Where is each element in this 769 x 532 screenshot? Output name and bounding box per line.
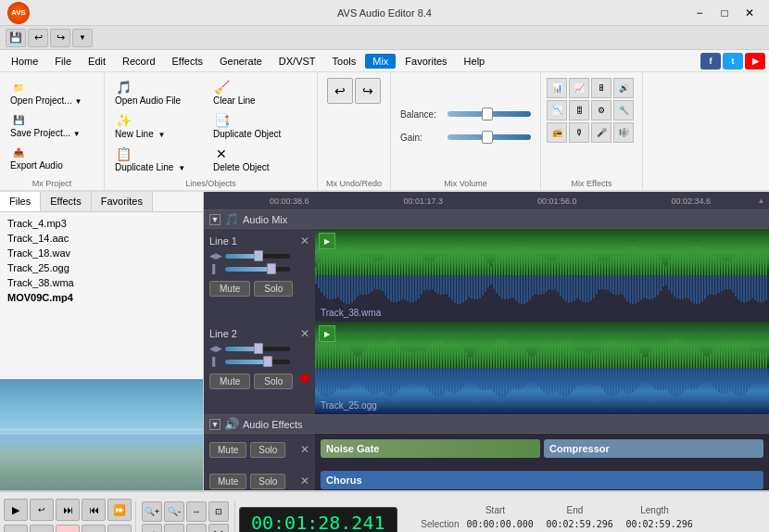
file-item-1[interactable]: Track_4.mp3: [4, 216, 199, 231]
record-btn[interactable]: ⏺: [56, 525, 80, 532]
clear-line-btn[interactable]: 🧹 Clear Line: [208, 76, 310, 108]
line-2-track[interactable]: Track_25.ogg ▶: [315, 322, 769, 414]
zoom-fit-h[interactable]: ↔: [186, 501, 207, 522]
fx-icon-6[interactable]: 🎛: [569, 100, 589, 120]
play-btn[interactable]: ▶: [4, 499, 28, 521]
new-line-btn[interactable]: ✨ New Line ▼: [110, 109, 203, 142]
menu-home[interactable]: Home: [4, 54, 45, 69]
minimize-button[interactable]: −: [687, 4, 712, 22]
close-button[interactable]: ✕: [737, 4, 762, 22]
file-item-4[interactable]: Track_25.ogg: [4, 260, 199, 275]
tab-favorites[interactable]: Favorites: [92, 192, 153, 211]
fx-icon-4[interactable]: 🔊: [613, 78, 634, 98]
menu-mix[interactable]: Mix: [365, 54, 396, 69]
zoom-in-h[interactable]: 🔍+: [142, 501, 162, 522]
menu-effects[interactable]: Effects: [165, 54, 210, 69]
line-1-mute[interactable]: Mute: [209, 281, 250, 297]
zoom-out-v[interactable]: ↕-: [164, 524, 184, 532]
duplicate-object-btn[interactable]: 📑 Duplicate Object: [208, 109, 310, 142]
compressor-bar[interactable]: Compressor: [544, 439, 763, 458]
open-audio-file-btn[interactable]: 🎵 Open Audio File: [110, 76, 203, 108]
file-item-5[interactable]: Track_38.wma: [4, 275, 199, 290]
effect-2-solo[interactable]: Solo: [250, 474, 285, 489]
file-item-2[interactable]: Track_14.aac: [4, 231, 199, 246]
redo-btn[interactable]: ↪: [355, 78, 381, 104]
line-2-vol-slider[interactable]: [225, 360, 290, 364]
prev-btn[interactable]: ⏮: [82, 499, 106, 521]
fx-icon-11[interactable]: 🎤: [591, 122, 611, 143]
menu-tools[interactable]: Tools: [325, 54, 364, 69]
line-1-pan-slider[interactable]: [225, 254, 290, 259]
qa-dropdown[interactable]: ▼: [72, 29, 93, 47]
file-item-3[interactable]: Track_18.wav: [4, 246, 199, 260]
expand-icon[interactable]: ▼: [209, 214, 221, 225]
gain-slider[interactable]: [448, 134, 531, 140]
effect-1-close[interactable]: ✕: [300, 443, 309, 456]
chorus-bar[interactable]: Chorus: [321, 471, 763, 489]
tab-files[interactable]: Files: [0, 192, 41, 211]
effect-1-solo[interactable]: Solo: [250, 442, 285, 458]
pause-btn[interactable]: ⏸: [30, 525, 54, 532]
duplicate-line-btn[interactable]: 📋 Duplicate Line ▼: [110, 143, 203, 175]
balance-slider[interactable]: [448, 111, 531, 117]
line-1-track[interactable]: Track_38.wma ▶: [315, 229, 769, 322]
fx-icon-3[interactable]: 🎚: [591, 78, 611, 98]
delete-object-btn[interactable]: ✕ Delete Object: [208, 143, 310, 175]
ff-btn[interactable]: ⏩: [107, 499, 132, 521]
save-project-btn[interactable]: 💾 Save Project... ▼: [6, 108, 98, 141]
open-project-btn[interactable]: 📁 Open Project... ▼: [6, 76, 98, 108]
menu-help[interactable]: Help: [457, 54, 493, 69]
menu-dxvst[interactable]: DX/VST: [271, 54, 323, 69]
zoom-in-v[interactable]: ↕+: [142, 524, 162, 532]
effect-1-mute[interactable]: Mute: [209, 442, 246, 458]
scroll-handle[interactable]: ▲: [758, 196, 765, 205]
effect-2-mute[interactable]: Mute: [209, 474, 246, 489]
zoom-out-h[interactable]: 🔍-: [164, 501, 184, 522]
line-2-close[interactable]: ✕: [300, 327, 309, 340]
fx-icon-10[interactable]: 🎙: [569, 122, 589, 143]
export-audio-btn[interactable]: 📤 Export Audio: [6, 141, 98, 173]
facebook-btn[interactable]: f: [700, 53, 721, 70]
audio-effects-header[interactable]: ▼ 🔊 Audio Effects: [204, 415, 769, 434]
fx-icon-7[interactable]: ⚙: [591, 100, 611, 120]
goto-end-btn[interactable]: ▶|: [107, 525, 132, 532]
tab-effects[interactable]: Effects: [41, 192, 91, 211]
fx-icon-1[interactable]: 📊: [547, 78, 567, 98]
audio-mix-header[interactable]: ▼ 🎵 Audio Mix: [204, 210, 769, 229]
line-1-solo[interactable]: Solo: [254, 281, 293, 297]
effect-2-close[interactable]: ✕: [300, 475, 309, 488]
fx-icon-12[interactable]: 🎼: [613, 122, 634, 143]
qa-save[interactable]: 💾: [6, 29, 26, 47]
zoom-1-1[interactable]: 1:1: [208, 524, 229, 532]
menu-file[interactable]: File: [47, 54, 79, 69]
next-btn[interactable]: ⏭: [56, 499, 80, 521]
line-2-pan-slider[interactable]: [225, 347, 290, 351]
fx-icon-8[interactable]: 🔧: [613, 100, 634, 120]
qa-redo[interactable]: ↪: [50, 29, 70, 47]
line-2-solo[interactable]: Solo: [254, 374, 293, 389]
maximize-button[interactable]: □: [712, 4, 737, 22]
noise-gate-bar[interactable]: Noise Gate: [321, 439, 540, 458]
fx-icon-5[interactable]: 📉: [547, 100, 567, 120]
menu-edit[interactable]: Edit: [81, 54, 113, 69]
line-1-close[interactable]: ✕: [300, 234, 309, 247]
twitter-btn[interactable]: t: [723, 53, 743, 70]
youtube-btn[interactable]: ▶: [745, 53, 765, 70]
undo-btn[interactable]: ↩: [327, 78, 353, 104]
loop-btn[interactable]: ↩: [30, 499, 54, 521]
line-1-vol-slider[interactable]: [225, 267, 290, 272]
zoom-sel-h[interactable]: ⊡: [208, 501, 229, 522]
menu-record[interactable]: Record: [115, 54, 162, 69]
fx-icon-9[interactable]: 📻: [547, 122, 567, 143]
file-item-6[interactable]: MOV09C.mp4: [4, 290, 199, 305]
menu-favorites[interactable]: Favorites: [397, 54, 454, 69]
qa-undo[interactable]: ↩: [28, 29, 48, 47]
effects-expand-icon[interactable]: ▼: [209, 419, 221, 430]
zoom-fit-v[interactable]: ↕↔: [186, 524, 207, 532]
fx-icon-2[interactable]: 📈: [569, 78, 589, 98]
goto-start-btn[interactable]: |◀: [82, 525, 106, 532]
stop-btn[interactable]: ■: [4, 525, 28, 532]
line-2-mute[interactable]: Mute: [209, 374, 250, 389]
svg-rect-403: [418, 351, 420, 368]
menu-generate[interactable]: Generate: [212, 54, 270, 69]
